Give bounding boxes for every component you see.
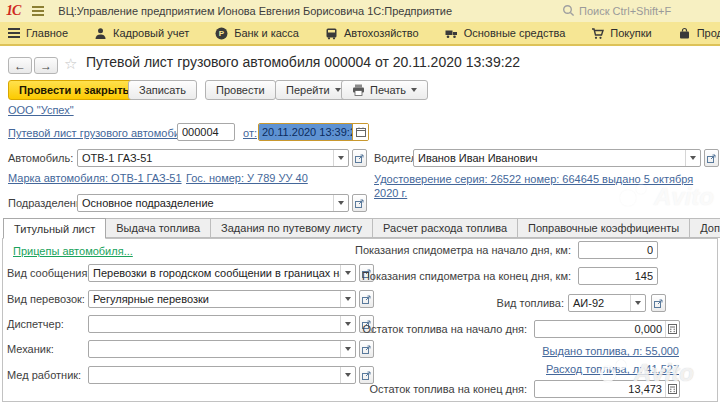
fuel-start-value: 0,000 — [535, 321, 665, 337]
menu-item-main[interactable]: Главное — [8, 27, 68, 39]
fuel-end-label: Остаток топлива на конец дня: — [369, 383, 527, 395]
transport-open-button[interactable] — [359, 290, 374, 308]
dropdown-arrow-icon[interactable] — [340, 316, 355, 332]
department-value: Основное подразделение — [78, 195, 333, 211]
waybill-number-input[interactable] — [177, 123, 235, 141]
vehicle-brand-link[interactable]: Марка автомобиля: ОТВ-1 ГАЗ-51 — [8, 172, 182, 184]
tab-bar: Титульный лист Выдача топлива Задания по… — [3, 218, 720, 239]
fuel-start-field[interactable]: 0,000 — [534, 320, 680, 338]
menu-item-sales[interactable]: Продажи — [678, 27, 720, 40]
driver-license-link[interactable]: Удостоверение серия: 26522 номер: 664645… — [374, 172, 696, 200]
trailers-link[interactable]: Прицепы автомобиля... — [13, 245, 133, 257]
calculator-button[interactable] — [665, 321, 679, 337]
tab-waybill-tasks[interactable]: Задания по путевому листу — [211, 218, 373, 238]
back-button[interactable]: ← — [8, 57, 32, 74]
document-title: Путевой лист грузового автомобиля 000004… — [86, 54, 520, 70]
button-label: Записать — [139, 84, 186, 96]
fuel-issued-link[interactable]: Выдано топлива, л: 55,000 — [542, 345, 679, 357]
dropdown-arrow-icon[interactable] — [340, 291, 355, 307]
tab-title-page[interactable]: Титульный лист — [3, 218, 106, 239]
fuel-end-field[interactable]: 13,473 — [534, 380, 680, 398]
search-placeholder: Поиск Ctrl+Shift+F — [579, 5, 671, 17]
dropdown-arrow-icon[interactable] — [340, 265, 355, 281]
dropdown-arrow-icon[interactable] — [685, 150, 700, 166]
medic-open-button[interactable] — [359, 366, 374, 384]
fuel-consumption-link[interactable]: Расход топлива, л: 41,527 — [546, 363, 679, 375]
dropdown-arrow-icon[interactable] — [340, 341, 355, 357]
button-label: Провести и закрыть — [19, 84, 129, 96]
button-label: Провести — [216, 84, 265, 96]
mechanic-open-button[interactable] — [359, 340, 374, 358]
menu-label: Кадровый учет — [113, 27, 189, 39]
dropdown-arrow-icon[interactable] — [333, 195, 348, 211]
open-icon — [362, 295, 371, 304]
open-icon — [355, 154, 364, 163]
vehicle-combo[interactable]: ОТВ-1 ГАЗ-51 — [77, 149, 349, 167]
forward-button[interactable]: → — [34, 57, 58, 74]
menu-label: Покупки — [610, 27, 651, 39]
odometer-start-input[interactable] — [578, 241, 658, 259]
fuel-type-open-button[interactable] — [651, 294, 666, 312]
menu-item-fixed-assets[interactable]: Основные средства — [445, 27, 566, 40]
communication-type-combo[interactable]: Перевозки в городском сообщении в границ… — [88, 264, 356, 282]
ruble-icon: P — [215, 27, 228, 40]
title-bar: 1С ВЦ:Управление предприятием Ионова Евг… — [0, 0, 720, 22]
department-open-button[interactable] — [352, 194, 367, 212]
open-icon — [654, 299, 663, 308]
date-input[interactable]: 20.11.2020 13:39:22 — [259, 124, 352, 140]
department-combo[interactable]: Основное подразделение — [77, 194, 349, 212]
transport-type-value: Регулярные перевозки — [89, 291, 340, 307]
title-page-panel: Прицепы автомобиля... Вид сообщения: Пер… — [2, 238, 718, 402]
open-icon — [362, 345, 371, 354]
print-button[interactable]: Печать — [341, 80, 428, 100]
tab-correction-coeffs[interactable]: Поправочные коэффициенты — [518, 218, 690, 238]
bag-icon — [678, 27, 691, 40]
post-and-close-button[interactable]: Провести и закрыть — [8, 80, 140, 100]
dropdown-arrow-icon[interactable] — [630, 295, 645, 311]
dropdown-arrow-icon[interactable] — [333, 150, 348, 166]
plate-number-link[interactable]: Гос. номер: У 789 УУ 40 — [186, 172, 308, 184]
dispatcher-combo[interactable] — [88, 315, 356, 333]
fuel-type-combo[interactable]: АИ-92 — [568, 294, 646, 312]
tab-additional[interactable]: Дополнительно — [690, 218, 720, 238]
menu-item-purchases[interactable]: Покупки — [591, 27, 651, 40]
menu-label: Основные средства — [464, 27, 566, 39]
global-search[interactable]: Поиск Ctrl+Shift+F — [562, 2, 694, 19]
vehicle-open-button[interactable] — [352, 149, 367, 167]
dropdown-arrow-icon[interactable] — [340, 367, 355, 383]
truck-icon — [445, 27, 458, 40]
svg-text:P: P — [219, 29, 225, 38]
tab-fuel-issue[interactable]: Выдача топлива — [106, 218, 211, 238]
medic-value — [89, 367, 340, 383]
mechanic-value — [89, 341, 340, 357]
odometer-end-input[interactable] — [578, 267, 658, 285]
transport-type-combo[interactable]: Регулярные перевозки — [88, 290, 356, 308]
mechanic-combo[interactable] — [88, 340, 356, 358]
date-label[interactable]: от: — [243, 127, 257, 139]
driver-open-button[interactable] — [704, 149, 719, 167]
tab-fuel-calculation[interactable]: Расчет расхода топлива — [373, 218, 518, 238]
search-icon — [562, 4, 575, 17]
printer-icon — [352, 84, 365, 96]
calculator-icon — [668, 324, 677, 334]
save-button[interactable]: Записать — [128, 80, 197, 100]
open-icon — [355, 199, 364, 208]
menu-item-hr[interactable]: Кадровый учет — [94, 27, 189, 40]
main-menu-icon[interactable] — [32, 6, 44, 16]
medic-combo[interactable] — [88, 366, 356, 384]
calendar-icon — [356, 127, 366, 137]
organization-link[interactable]: ООО "Успех" — [8, 104, 74, 116]
dispatcher-label: Диспетчер: — [7, 318, 64, 330]
calendar-button[interactable] — [352, 124, 368, 140]
cart-icon — [591, 27, 604, 40]
driver-combo[interactable]: Иванов Иван Иванович — [413, 149, 701, 167]
calculator-button[interactable] — [665, 381, 679, 397]
menu-item-bank[interactable]: P Банк и касса — [215, 27, 299, 40]
communication-type-label: Вид сообщения: — [7, 267, 90, 279]
vehicle-value: ОТВ-1 ГАЗ-51 — [78, 150, 333, 166]
menu-item-vehicles[interactable]: Автохозяйство — [325, 27, 419, 40]
post-button[interactable]: Провести — [205, 80, 276, 100]
favorite-star-icon[interactable]: ☆ — [64, 55, 77, 73]
mechanic-label: Механик: — [7, 343, 54, 355]
open-icon — [362, 371, 371, 380]
